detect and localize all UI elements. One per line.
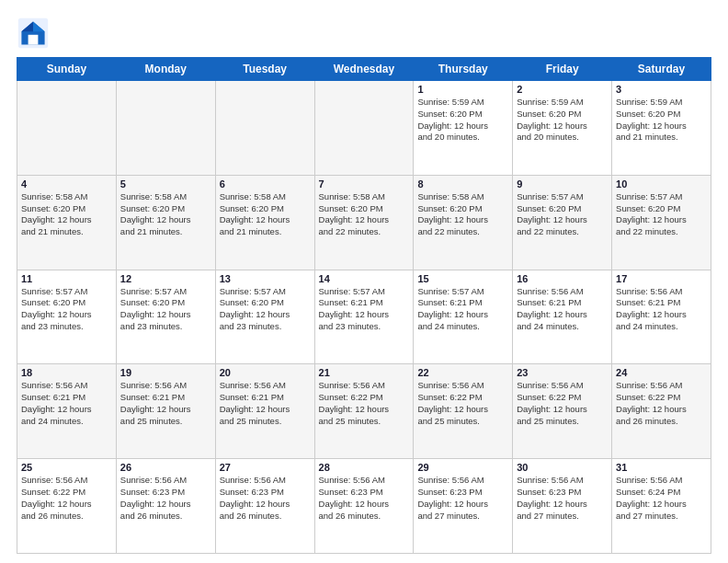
day-number: 4 <box>21 178 112 190</box>
calendar-cell: 9Sunrise: 5:57 AM Sunset: 6:20 PM Daylig… <box>513 175 612 270</box>
day-info: Sunrise: 5:58 AM Sunset: 6:20 PM Dayligh… <box>319 191 410 238</box>
day-info: Sunrise: 5:56 AM Sunset: 6:21 PM Dayligh… <box>616 286 707 333</box>
calendar-cell: 10Sunrise: 5:57 AM Sunset: 6:20 PM Dayli… <box>612 175 711 270</box>
calendar-cell: 1Sunrise: 5:59 AM Sunset: 6:20 PM Daylig… <box>414 81 513 176</box>
day-info: Sunrise: 5:59 AM Sunset: 6:20 PM Dayligh… <box>517 97 608 144</box>
calendar-cell: 7Sunrise: 5:58 AM Sunset: 6:20 PM Daylig… <box>314 175 414 270</box>
calendar-cell: 29Sunrise: 5:56 AM Sunset: 6:23 PM Dayli… <box>414 459 513 554</box>
calendar-cell: 26Sunrise: 5:56 AM Sunset: 6:23 PM Dayli… <box>116 459 215 554</box>
svg-rect-4 <box>28 35 39 45</box>
day-number: 12 <box>120 273 211 284</box>
day-number: 29 <box>417 462 508 473</box>
day-number: 31 <box>616 462 707 473</box>
header <box>17 17 711 50</box>
day-number: 27 <box>220 462 311 473</box>
day-number: 18 <box>21 367 112 378</box>
calendar-cell: 19Sunrise: 5:56 AM Sunset: 6:21 PM Dayli… <box>116 364 215 459</box>
calendar-cell: 31Sunrise: 5:56 AM Sunset: 6:24 PM Dayli… <box>612 459 711 554</box>
day-header-friday: Friday <box>513 58 612 81</box>
calendar-cell: 25Sunrise: 5:56 AM Sunset: 6:22 PM Dayli… <box>17 459 117 554</box>
day-info: Sunrise: 5:58 AM Sunset: 6:20 PM Dayligh… <box>21 191 112 238</box>
calendar-cell: 24Sunrise: 5:56 AM Sunset: 6:22 PM Dayli… <box>612 364 711 459</box>
day-info: Sunrise: 5:58 AM Sunset: 6:20 PM Dayligh… <box>220 191 311 238</box>
day-number: 28 <box>319 462 410 473</box>
calendar-cell: 8Sunrise: 5:58 AM Sunset: 6:20 PM Daylig… <box>414 175 513 270</box>
calendar-cell: 17Sunrise: 5:56 AM Sunset: 6:21 PM Dayli… <box>612 270 711 364</box>
day-info: Sunrise: 5:56 AM Sunset: 6:22 PM Dayligh… <box>21 475 112 522</box>
day-header-monday: Monday <box>116 58 215 81</box>
day-info: Sunrise: 5:57 AM Sunset: 6:20 PM Dayligh… <box>517 191 608 238</box>
calendar-cell <box>116 81 215 176</box>
day-number: 24 <box>616 367 707 378</box>
day-info: Sunrise: 5:56 AM Sunset: 6:23 PM Dayligh… <box>417 475 508 522</box>
day-number: 21 <box>319 367 410 378</box>
day-info: Sunrise: 5:57 AM Sunset: 6:20 PM Dayligh… <box>616 191 707 238</box>
calendar-cell: 11Sunrise: 5:57 AM Sunset: 6:20 PM Dayli… <box>17 270 117 364</box>
day-info: Sunrise: 5:56 AM Sunset: 6:21 PM Dayligh… <box>517 286 608 333</box>
day-number: 2 <box>517 84 608 95</box>
day-number: 10 <box>616 178 707 190</box>
calendar-cell: 14Sunrise: 5:57 AM Sunset: 6:21 PM Dayli… <box>314 270 414 364</box>
day-number: 11 <box>21 273 112 284</box>
day-number: 5 <box>120 178 211 190</box>
calendar-cell: 27Sunrise: 5:56 AM Sunset: 6:23 PM Dayli… <box>215 459 314 554</box>
day-number: 19 <box>120 367 211 378</box>
calendar-cell: 4Sunrise: 5:58 AM Sunset: 6:20 PM Daylig… <box>17 175 117 270</box>
day-info: Sunrise: 5:56 AM Sunset: 6:23 PM Dayligh… <box>319 475 410 522</box>
day-header-wednesday: Wednesday <box>314 58 414 81</box>
day-header-tuesday: Tuesday <box>215 58 314 81</box>
day-number: 6 <box>220 178 311 190</box>
day-info: Sunrise: 5:59 AM Sunset: 6:20 PM Dayligh… <box>417 97 508 144</box>
day-info: Sunrise: 5:57 AM Sunset: 6:20 PM Dayligh… <box>120 286 211 333</box>
calendar-cell: 15Sunrise: 5:57 AM Sunset: 6:21 PM Dayli… <box>414 270 513 364</box>
calendar-cell <box>215 81 314 176</box>
day-number: 23 <box>517 367 608 378</box>
day-info: Sunrise: 5:58 AM Sunset: 6:20 PM Dayligh… <box>120 191 211 238</box>
calendar-cell: 23Sunrise: 5:56 AM Sunset: 6:22 PM Dayli… <box>513 364 612 459</box>
day-info: Sunrise: 5:57 AM Sunset: 6:20 PM Dayligh… <box>21 286 112 333</box>
day-number: 30 <box>517 462 608 473</box>
day-info: Sunrise: 5:56 AM Sunset: 6:22 PM Dayligh… <box>517 380 608 427</box>
day-number: 7 <box>319 178 410 190</box>
calendar-cell: 22Sunrise: 5:56 AM Sunset: 6:22 PM Dayli… <box>414 364 513 459</box>
day-header-sunday: Sunday <box>17 58 117 81</box>
day-number: 13 <box>220 273 311 284</box>
day-info: Sunrise: 5:56 AM Sunset: 6:22 PM Dayligh… <box>616 380 707 427</box>
calendar-cell: 16Sunrise: 5:56 AM Sunset: 6:21 PM Dayli… <box>513 270 612 364</box>
calendar-cell: 30Sunrise: 5:56 AM Sunset: 6:23 PM Dayli… <box>513 459 612 554</box>
day-number: 15 <box>417 273 508 284</box>
calendar-cell: 13Sunrise: 5:57 AM Sunset: 6:20 PM Dayli… <box>215 270 314 364</box>
day-info: Sunrise: 5:57 AM Sunset: 6:21 PM Dayligh… <box>417 286 508 333</box>
day-info: Sunrise: 5:57 AM Sunset: 6:21 PM Dayligh… <box>319 286 410 333</box>
day-info: Sunrise: 5:56 AM Sunset: 6:24 PM Dayligh… <box>616 475 707 522</box>
day-info: Sunrise: 5:59 AM Sunset: 6:20 PM Dayligh… <box>616 97 707 144</box>
calendar-cell: 28Sunrise: 5:56 AM Sunset: 6:23 PM Dayli… <box>314 459 414 554</box>
day-number: 3 <box>616 84 707 95</box>
day-info: Sunrise: 5:58 AM Sunset: 6:20 PM Dayligh… <box>417 191 508 238</box>
calendar-cell: 18Sunrise: 5:56 AM Sunset: 6:21 PM Dayli… <box>17 364 117 459</box>
calendar-cell: 12Sunrise: 5:57 AM Sunset: 6:20 PM Dayli… <box>116 270 215 364</box>
day-header-thursday: Thursday <box>414 58 513 81</box>
day-info: Sunrise: 5:56 AM Sunset: 6:21 PM Dayligh… <box>120 380 211 427</box>
day-header-saturday: Saturday <box>612 58 711 81</box>
day-number: 17 <box>616 273 707 284</box>
day-info: Sunrise: 5:56 AM Sunset: 6:21 PM Dayligh… <box>21 380 112 427</box>
day-info: Sunrise: 5:56 AM Sunset: 6:23 PM Dayligh… <box>220 475 311 522</box>
logo <box>17 17 53 50</box>
day-info: Sunrise: 5:57 AM Sunset: 6:20 PM Dayligh… <box>220 286 311 333</box>
calendar-cell: 6Sunrise: 5:58 AM Sunset: 6:20 PM Daylig… <box>215 175 314 270</box>
day-info: Sunrise: 5:56 AM Sunset: 6:22 PM Dayligh… <box>319 380 410 427</box>
calendar-cell: 2Sunrise: 5:59 AM Sunset: 6:20 PM Daylig… <box>513 81 612 176</box>
calendar-cell <box>314 81 414 176</box>
day-info: Sunrise: 5:56 AM Sunset: 6:21 PM Dayligh… <box>220 380 311 427</box>
day-number: 14 <box>319 273 410 284</box>
day-number: 22 <box>417 367 508 378</box>
calendar-cell: 3Sunrise: 5:59 AM Sunset: 6:20 PM Daylig… <box>612 81 711 176</box>
days-header-row: SundayMondayTuesdayWednesdayThursdayFrid… <box>17 58 711 81</box>
calendar-cell: 5Sunrise: 5:58 AM Sunset: 6:20 PM Daylig… <box>116 175 215 270</box>
page: SundayMondayTuesdayWednesdayThursdayFrid… <box>0 0 728 563</box>
day-number: 1 <box>417 84 508 95</box>
logo-icon <box>17 17 50 50</box>
day-number: 8 <box>417 178 508 190</box>
calendar-cell <box>17 81 117 176</box>
